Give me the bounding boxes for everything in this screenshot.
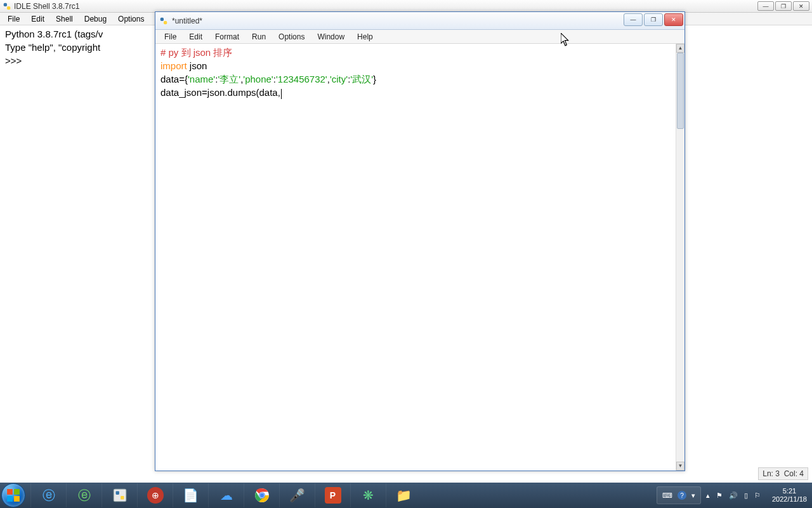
windows-logo-icon [6, 488, 20, 502]
taskbar-ie-alt-icon[interactable]: ⓔ [66, 483, 102, 507]
code-string: '123456732' [276, 74, 327, 84]
shell-minimize-button[interactable]: — [757, 1, 774, 11]
code-comment: # py 到 json 排序 [160, 47, 232, 58]
code-string: 'city' [330, 74, 348, 84]
tray-flag-icon[interactable]: ⚐ [754, 491, 761, 500]
svg-point-14 [259, 493, 264, 498]
editor-menu-options[interactable]: Options [272, 30, 311, 43]
svg-rect-0 [4, 3, 7, 6]
editor-maximize-button[interactable]: ❐ [644, 13, 663, 26]
taskbar-ie-icon[interactable]: ⓔ [30, 483, 66, 507]
shell-line-2: Type "help", "copyright [5, 42, 100, 53]
taskbar: ⓔ ⓔ ⊕ 📄 ☁ 🎤 P ❋ 📁 ⌨ ? ▾ ▴ ⚑ 🔊 ▯ ⚐ 5:21 [0, 483, 812, 508]
shell-close-button[interactable]: ✕ [793, 1, 809, 11]
shell-title: IDLE Shell 3.8.7rc1 [14, 2, 757, 11]
scroll-up-arrow-icon[interactable]: ▲ [676, 44, 684, 53]
taskbar-app-red-icon[interactable]: ⊕ [137, 483, 173, 507]
editor-menu-help[interactable]: Help [351, 30, 379, 43]
svg-rect-2 [160, 17, 164, 20]
python-icon [159, 17, 168, 25]
tray-keyboard-icon[interactable]: ⌨ [662, 491, 672, 500]
taskbar-mic-icon[interactable]: 🎤 [279, 483, 315, 507]
shell-statusbar: Ln: 3 Col: 4 [758, 467, 808, 480]
tray-chevron-icon[interactable]: ▾ [691, 491, 695, 500]
code-text: data={ [160, 74, 188, 84]
start-button[interactable] [1, 483, 25, 507]
tray-volume-icon[interactable]: 🔊 [729, 491, 738, 500]
taskbar-idle-icon[interactable] [102, 483, 137, 507]
tray-clock[interactable]: 5:21 2022/11/18 [767, 487, 812, 504]
svg-rect-9 [115, 491, 119, 495]
editor-close-button[interactable]: ✕ [664, 13, 683, 26]
python-icon [3, 2, 11, 11]
editor-titlebar[interactable]: *untitled* — ❐ ✕ [155, 12, 684, 30]
taskbar-pinned-apps: ⓔ ⓔ ⊕ 📄 ☁ 🎤 P ❋ 📁 [30, 483, 421, 508]
shell-prompt: >>> [5, 55, 24, 66]
shell-menu-options[interactable]: Options [113, 13, 149, 25]
clock-time: 5:21 [772, 487, 807, 495]
shell-titlebar[interactable]: IDLE Shell 3.8.7rc1 — ❐ ✕ [0, 0, 812, 13]
code-string: '李立' [218, 74, 240, 84]
code-string: '武汉' [350, 74, 373, 84]
editor-title: *untitled* [172, 17, 624, 25]
svg-rect-5 [14, 489, 20, 495]
system-tray: ⌨ ? ▾ ▴ ⚑ 🔊 ▯ ⚐ 5:21 2022/11/18 [657, 483, 812, 508]
scroll-down-arrow-icon[interactable]: ▼ [676, 462, 684, 471]
editor-menu-window[interactable]: Window [311, 30, 351, 43]
taskbar-notepad-icon[interactable]: 📄 [173, 483, 208, 507]
code-keyword-import: import [160, 60, 187, 71]
editor-menu-format[interactable]: Format [209, 30, 246, 43]
shell-window-controls: — ❐ ✕ [757, 1, 809, 11]
svg-rect-6 [7, 496, 13, 502]
tray-network-icon[interactable]: ⚑ [716, 491, 723, 500]
code-text: } [373, 74, 376, 84]
svg-rect-3 [164, 21, 167, 24]
status-col: Col: 4 [784, 469, 804, 478]
code-string: 'phone' [243, 74, 273, 84]
status-ln: Ln: 3 [763, 469, 780, 478]
idle-editor-window: *untitled* — ❐ ✕ File Edit Format Run Op… [155, 11, 685, 471]
code-text: data_json=json.dumps(data, [160, 87, 280, 98]
code-text: json [187, 60, 207, 71]
taskbar-cloud-app-icon[interactable]: ☁ [208, 483, 244, 507]
taskbar-app-green-icon[interactable]: ❋ [350, 483, 386, 507]
shell-menu-shell[interactable]: Shell [51, 13, 78, 25]
shell-menu-edit[interactable]: Edit [26, 13, 49, 25]
editor-menu-edit[interactable]: Edit [183, 30, 209, 43]
svg-rect-1 [7, 6, 10, 10]
editor-menubar: File Edit Format Run Options Window Help [155, 30, 684, 44]
tray-help-icon[interactable]: ? [678, 491, 686, 500]
svg-rect-7 [14, 496, 20, 502]
shell-menu-file[interactable]: File [3, 13, 25, 25]
svg-rect-10 [121, 496, 124, 499]
editor-code-area[interactable]: # py 到 json 排序 import json data={'name':… [155, 44, 676, 471]
shell-restore-button[interactable]: ❐ [775, 1, 792, 11]
taskbar-chrome-icon[interactable] [244, 483, 279, 507]
text-caret [281, 89, 282, 99]
editor-scrollbar[interactable]: ▲ ▼ [676, 44, 684, 471]
shell-menu-debug[interactable]: Debug [79, 13, 112, 25]
tray-expand-icon[interactable]: ▴ [706, 491, 710, 500]
taskbar-explorer-icon[interactable]: 📁 [386, 483, 421, 507]
editor-minimize-button[interactable]: — [624, 13, 643, 26]
taskbar-powerpoint-icon[interactable]: P [315, 483, 350, 507]
shell-line-1: Python 3.8.7rc1 (tags/v [5, 29, 103, 39]
editor-menu-file[interactable]: File [158, 30, 183, 43]
tray-group[interactable]: ⌨ ? ▾ [657, 486, 701, 504]
svg-rect-4 [7, 489, 13, 495]
editor-window-controls: — ❐ ✕ [624, 12, 684, 29]
editor-menu-run[interactable]: Run [246, 30, 272, 43]
tray-battery-icon[interactable]: ▯ [744, 491, 748, 500]
code-string: 'name' [188, 74, 215, 84]
clock-date: 2022/11/18 [772, 495, 807, 504]
svg-rect-8 [114, 489, 126, 502]
scroll-thumb[interactable] [677, 53, 684, 129]
